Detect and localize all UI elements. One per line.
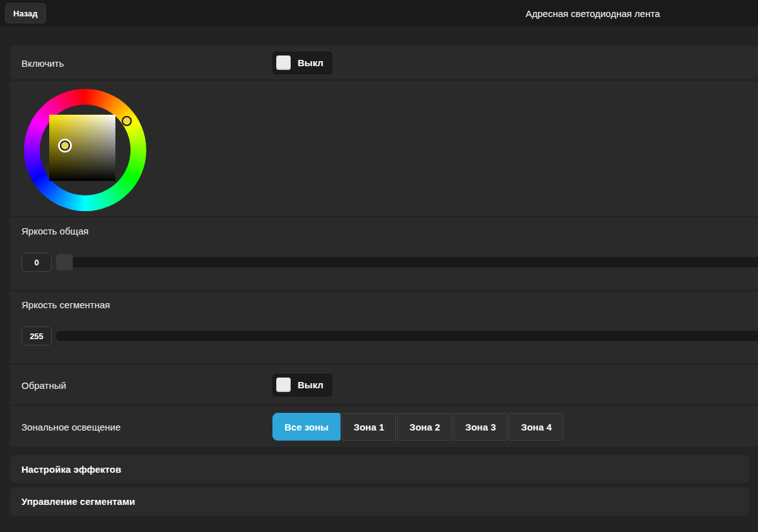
reverse-label: Обратный: [21, 379, 66, 390]
global-brightness-slider[interactable]: [55, 257, 758, 267]
global-brightness-section: Яркость общая 0: [10, 217, 758, 291]
hue-marker[interactable]: [122, 116, 132, 126]
power-checkbox[interactable]: [276, 55, 291, 70]
zone-button-4[interactable]: Зона 4: [509, 413, 563, 441]
power-row: Включить Выкл: [10, 46, 758, 81]
segment-brightness-section: Яркость сегментная 255: [10, 291, 758, 365]
global-brightness-value[interactable]: 0: [21, 253, 52, 272]
page-title: Адресная светодиодная лента: [441, 0, 744, 26]
saturation-value-box[interactable]: [49, 115, 115, 181]
color-picker-section: [10, 81, 758, 217]
zone-button-1[interactable]: Зона 1: [342, 413, 396, 441]
segment-brightness-value[interactable]: 255: [21, 327, 52, 345]
back-button[interactable]: Назад: [5, 3, 46, 23]
reverse-state-label: Выкл: [298, 379, 324, 390]
segment-brightness-slider[interactable]: [55, 331, 758, 341]
segments-accordion[interactable]: Управление сегментами: [10, 487, 749, 516]
top-bar: Назад Адресная светодиодная лента: [0, 0, 758, 26]
led-settings-card: Включить Выкл Яркость общая 0 Яркость се…: [10, 46, 758, 447]
reverse-toggle[interactable]: Выкл: [272, 374, 332, 396]
zone-button-group: Все зоны Зона 1 Зона 2 Зона 3 Зона 4: [272, 413, 564, 441]
zones-label: Зональное освещение: [21, 421, 120, 432]
global-brightness-handle[interactable]: [55, 253, 73, 271]
reverse-checkbox[interactable]: [276, 378, 291, 392]
effects-accordion[interactable]: Настройка эффектов: [10, 455, 749, 483]
global-brightness-label: Яркость общая: [21, 226, 88, 236]
zone-button-2[interactable]: Зона 2: [397, 413, 452, 441]
power-toggle[interactable]: Выкл: [272, 52, 332, 74]
reverse-row: Обратный Выкл: [10, 365, 758, 406]
zone-button-all[interactable]: Все зоны: [272, 413, 341, 441]
segment-brightness-label: Яркость сегментная: [21, 299, 110, 310]
power-label: Включить: [21, 57, 64, 68]
saturation-value-marker[interactable]: [60, 141, 70, 151]
power-state-label: Выкл: [298, 57, 324, 68]
zone-button-3[interactable]: Зона 3: [453, 413, 508, 441]
zones-row: Зональное освещение Все зоны Зона 1 Зона…: [10, 406, 758, 447]
